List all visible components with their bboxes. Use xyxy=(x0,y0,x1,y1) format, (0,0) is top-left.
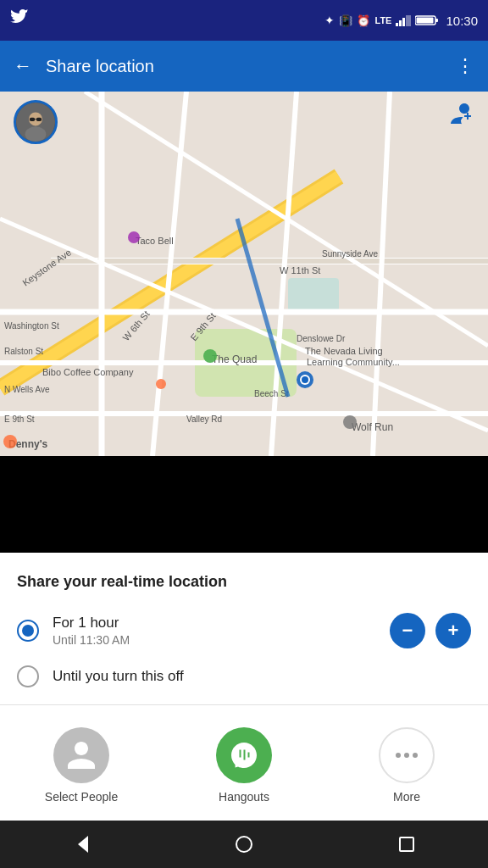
svg-rect-54 xyxy=(30,118,35,121)
svg-text:Beech St: Beech St xyxy=(254,389,289,398)
svg-text:Wolf Run: Wolf Run xyxy=(352,421,393,433)
map-svg: Keystone Ave Washington St Ralston St E … xyxy=(0,92,488,456)
svg-rect-8 xyxy=(0,92,488,456)
svg-text:The Quad: The Quad xyxy=(212,353,257,365)
add-person-button[interactable] xyxy=(447,100,474,133)
vibrate-icon: 📳 xyxy=(339,14,352,27)
svg-marker-61 xyxy=(78,836,88,853)
more-menu-button[interactable]: ⋮ xyxy=(456,55,474,77)
app-bar-title: Share location xyxy=(46,57,456,76)
svg-text:Valley Rd: Valley Rd xyxy=(186,415,222,424)
radio-1-hour[interactable] xyxy=(17,620,39,642)
user-avatar xyxy=(14,100,58,144)
svg-point-41 xyxy=(203,349,217,363)
svg-text:Bibo Coffee Company: Bibo Coffee Company xyxy=(42,367,134,377)
hangouts-icon xyxy=(216,727,272,783)
select-people-option[interactable]: Select People xyxy=(39,727,124,804)
svg-text:Taco Bell: Taco Bell xyxy=(136,236,174,246)
svg-rect-3 xyxy=(406,15,408,26)
signal-icon xyxy=(396,14,411,26)
more-label: More xyxy=(393,790,420,804)
select-people-icon xyxy=(53,727,109,783)
option-1-label: For 1 hour xyxy=(53,615,390,632)
status-time: 10:30 xyxy=(446,14,478,28)
share-options-row: Select People Hangouts More xyxy=(0,714,488,821)
svg-point-57 xyxy=(25,126,47,142)
svg-point-45 xyxy=(343,415,357,429)
svg-point-60 xyxy=(413,753,418,758)
option-2-label: Until you turn this off xyxy=(53,668,471,685)
radio-turn-off[interactable] xyxy=(17,665,39,687)
svg-point-37 xyxy=(3,435,17,448)
svg-point-50 xyxy=(302,376,308,383)
increment-button[interactable]: + xyxy=(435,613,471,648)
lte-icon: LTE xyxy=(374,15,391,25)
hangouts-label: Hangouts xyxy=(219,790,269,804)
more-icon xyxy=(379,727,435,783)
back-button[interactable]: ← xyxy=(14,55,32,77)
status-bar-left xyxy=(10,9,29,31)
nav-bar xyxy=(0,821,488,868)
select-people-label: Select People xyxy=(45,790,118,804)
divider xyxy=(0,704,488,705)
option-turn-off[interactable]: Until you turn this off xyxy=(0,657,488,696)
bluetooth-icon: ✦ xyxy=(324,14,335,27)
svg-text:Washington St: Washington St xyxy=(4,321,59,331)
option-1-hour[interactable]: For 1 hour Until 11:30 AM − + xyxy=(0,604,488,657)
nav-recent-button[interactable] xyxy=(386,824,427,865)
svg-rect-2 xyxy=(402,18,405,26)
svg-point-59 xyxy=(404,753,409,758)
svg-point-39 xyxy=(156,379,166,389)
share-title: Share your real-time location xyxy=(0,553,488,604)
status-bar-right: ✦ 📳 ⏰ LTE 10:30 xyxy=(324,14,478,28)
svg-rect-10 xyxy=(288,278,339,312)
option-2-label-group: Until you turn this off xyxy=(53,668,471,685)
nav-back-button[interactable] xyxy=(61,824,102,865)
alarm-icon: ⏰ xyxy=(357,14,370,27)
battery-icon xyxy=(415,14,439,26)
svg-text:The Nevada Living: The Nevada Living xyxy=(305,346,383,356)
more-option[interactable]: More xyxy=(364,727,449,804)
option-1-label-group: For 1 hour Until 11:30 AM xyxy=(53,615,390,647)
svg-point-47 xyxy=(128,231,140,243)
svg-text:Sunnyside Ave: Sunnyside Ave xyxy=(322,249,378,259)
svg-rect-4 xyxy=(408,15,411,26)
svg-point-58 xyxy=(396,753,401,758)
option-1-sublabel: Until 11:30 AM xyxy=(53,633,390,647)
decrement-button[interactable]: − xyxy=(390,613,425,648)
nav-home-button[interactable] xyxy=(224,824,264,865)
svg-rect-63 xyxy=(400,837,413,851)
app-bar: ← Share location ⋮ xyxy=(0,41,488,92)
svg-text:E 9th St: E 9th St xyxy=(4,415,35,424)
twitter-icon xyxy=(10,9,29,31)
svg-rect-55 xyxy=(36,118,42,121)
status-bar: ✦ 📳 ⏰ LTE 10:30 xyxy=(0,0,488,41)
svg-rect-7 xyxy=(417,18,434,24)
svg-text:Ralston St: Ralston St xyxy=(4,347,43,356)
svg-text:N Wells Ave: N Wells Ave xyxy=(4,385,50,394)
time-controls: − + xyxy=(390,613,471,648)
svg-text:Denslowe Dr: Denslowe Dr xyxy=(297,334,346,343)
svg-rect-1 xyxy=(399,20,402,26)
svg-rect-0 xyxy=(396,23,398,26)
hangouts-option[interactable]: Hangouts xyxy=(202,727,286,804)
svg-rect-6 xyxy=(435,19,438,22)
svg-text:Learning Community...: Learning Community... xyxy=(307,357,400,367)
svg-point-62 xyxy=(236,837,252,852)
map-area: Keystone Ave Washington St Ralston St E … xyxy=(0,92,488,456)
svg-text:W 11th St: W 11th St xyxy=(280,265,320,275)
status-icons: ✦ 📳 ⏰ LTE xyxy=(324,14,439,27)
bottom-sheet: Share your real-time location For 1 hour… xyxy=(0,553,488,821)
